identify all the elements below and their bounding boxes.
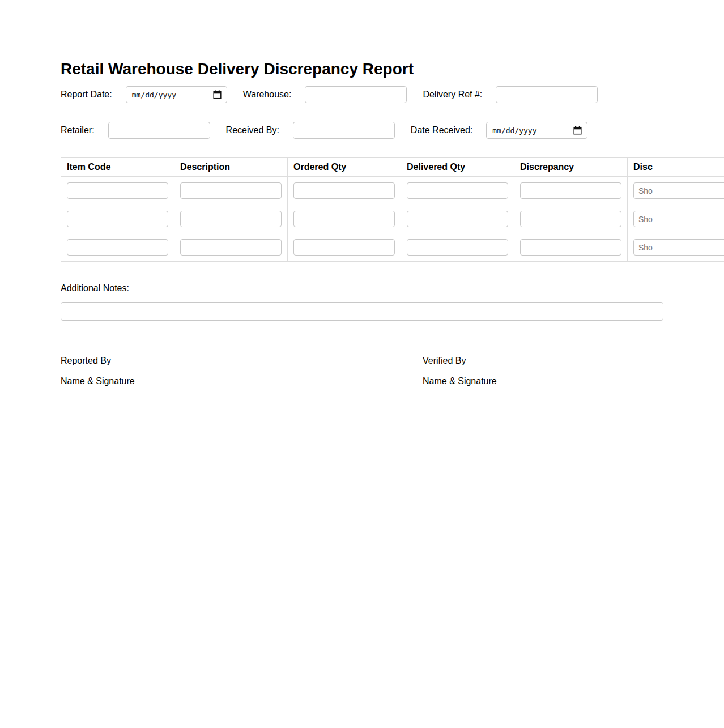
discrepancy-input[interactable] (520, 182, 621, 199)
description-input[interactable] (180, 182, 282, 199)
col-discrepancy-type: Disc (628, 158, 724, 177)
warehouse-label: Warehouse: (243, 90, 292, 100)
discrepancy-type-input[interactable] (633, 211, 724, 227)
delivery-ref-label: Delivery Ref #: (423, 90, 482, 100)
additional-notes-label: Additional Notes: (61, 283, 724, 293)
items-table-header-row: Item Code Description Ordered Qty Delive… (61, 158, 724, 177)
calendar-icon[interactable] (213, 90, 222, 99)
report-date-field: Report Date: mm/dd/yyyy (61, 86, 227, 103)
table-row (61, 233, 724, 262)
discrepancy-type-input[interactable] (633, 182, 724, 199)
calendar-icon[interactable] (573, 126, 582, 135)
received-by-label: Received By: (226, 125, 279, 135)
discrepancy-input[interactable] (520, 239, 621, 256)
retailer-input[interactable] (108, 122, 210, 139)
date-received-field: Date Received: mm/dd/yyyy (411, 122, 587, 139)
warehouse-input[interactable] (305, 86, 407, 103)
table-row (61, 205, 724, 233)
reported-by-name-signature-label: Name & Signature (61, 376, 301, 386)
description-input[interactable] (180, 239, 282, 256)
warehouse-field: Warehouse: (243, 86, 407, 103)
reported-by-label: Reported By (61, 356, 301, 366)
item-code-input[interactable] (67, 182, 168, 199)
col-ordered-qty: Ordered Qty (288, 158, 401, 177)
discrepancy-input[interactable] (520, 211, 621, 227)
date-received-input[interactable]: mm/dd/yyyy (486, 122, 587, 139)
additional-notes-input[interactable] (61, 302, 663, 321)
date-received-value: mm/dd/yyyy (492, 126, 536, 135)
col-item-code: Item Code (61, 158, 174, 177)
col-delivered-qty: Delivered Qty (401, 158, 514, 177)
received-by-input[interactable] (293, 122, 395, 139)
header-fields-row-2: Retailer: Received By: Date Received: mm… (61, 122, 724, 139)
report-date-value: mm/dd/yyyy (132, 91, 176, 99)
reported-by-signature-block: Reported By Name & Signature (61, 344, 301, 386)
col-discrepancy: Discrepancy (514, 158, 628, 177)
retailer-label: Retailer: (61, 125, 95, 135)
page-title: Retail Warehouse Delivery Discrepancy Re… (61, 59, 724, 78)
delivered-qty-input[interactable] (407, 211, 508, 227)
ordered-qty-input[interactable] (293, 211, 395, 227)
item-code-input[interactable] (67, 239, 168, 256)
retailer-field: Retailer: (61, 122, 210, 139)
col-description: Description (174, 158, 288, 177)
delivery-ref-field: Delivery Ref #: (423, 86, 598, 103)
table-row (61, 177, 724, 205)
ordered-qty-input[interactable] (293, 239, 395, 256)
discrepancy-type-input[interactable] (633, 239, 724, 256)
date-received-label: Date Received: (411, 125, 472, 135)
discrepancy-report-form: Retail Warehouse Delivery Discrepancy Re… (0, 59, 724, 386)
ordered-qty-input[interactable] (293, 182, 395, 199)
description-input[interactable] (180, 211, 282, 227)
item-code-input[interactable] (67, 211, 168, 227)
verified-by-name-signature-label: Name & Signature (423, 376, 663, 386)
delivery-ref-input[interactable] (496, 86, 598, 103)
header-fields-row-1: Report Date: mm/dd/yyyy Warehouse: Deliv… (61, 86, 724, 103)
verified-by-signature-block: Verified By Name & Signature (423, 344, 663, 386)
verified-by-label: Verified By (423, 356, 663, 366)
items-table: Item Code Description Ordered Qty Delive… (61, 157, 724, 262)
report-date-label: Report Date: (61, 90, 112, 100)
delivered-qty-input[interactable] (407, 239, 508, 256)
report-date-input[interactable]: mm/dd/yyyy (126, 86, 227, 103)
signature-section: Reported By Name & Signature Verified By… (61, 344, 663, 386)
delivered-qty-input[interactable] (407, 182, 508, 199)
received-by-field: Received By: (226, 122, 395, 139)
